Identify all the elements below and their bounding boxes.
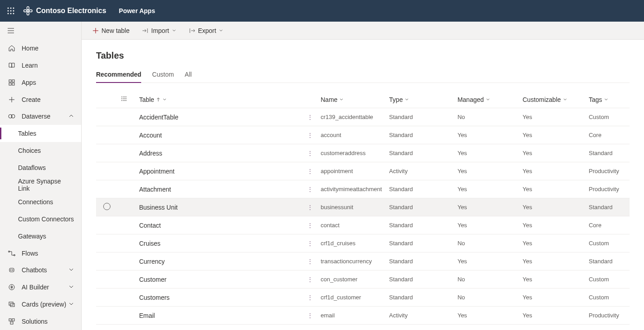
cell-table[interactable]: Contact — [135, 216, 304, 234]
sort-up-icon — [156, 97, 161, 102]
sidebar-item-home[interactable]: Home — [0, 40, 81, 57]
tab-custom[interactable]: Custom — [152, 68, 174, 82]
cell-table[interactable]: Cruises — [135, 234, 304, 252]
table-row[interactable]: Customers⋮crf1d_customerStandardNoYesCus… — [96, 289, 630, 307]
cell-table[interactable]: Email — [135, 307, 304, 325]
cell-type: Standard — [386, 108, 454, 126]
svg-rect-33 — [9, 319, 11, 321]
sidebar-item-cards[interactable]: Cards (preview) — [0, 296, 81, 313]
more-vertical-icon[interactable]: ⋮ — [307, 114, 313, 120]
sidebar-item-synapse[interactable]: Azure Synapse Link — [0, 176, 81, 193]
table-row[interactable]: Attachment⋮activitymimeattachmentStandar… — [96, 180, 630, 198]
column-rowtype[interactable] — [118, 91, 135, 108]
toolbar-label: Import — [151, 27, 169, 34]
column-type[interactable]: Type — [386, 91, 454, 108]
export-button[interactable]: Export — [185, 25, 227, 36]
table-row[interactable]: Currency⋮transactioncurrencyStandardYesY… — [96, 252, 630, 270]
sidebar-item-custom-connectors[interactable]: Custom Connectors — [0, 211, 81, 228]
sidebar-item-chatbots[interactable]: Chatbots — [0, 261, 81, 279]
cell-type: Standard — [386, 180, 454, 198]
table-row[interactable]: Appointment⋮appointmentActivityYesYesPro… — [96, 162, 630, 180]
sidebar-item-choices[interactable]: Choices — [0, 142, 81, 159]
sidebar-item-gateways[interactable]: Gateways — [0, 228, 81, 245]
sidebar-item-apps[interactable]: Apps — [0, 74, 81, 91]
cell-table[interactable]: Address — [135, 144, 304, 162]
tab-recommended[interactable]: Recommended — [96, 68, 141, 82]
table-row[interactable]: Address⋮customeraddressStandardYesYesSta… — [96, 144, 630, 162]
chevron-down-icon — [69, 266, 74, 274]
sidebar-item-learn[interactable]: Learn — [0, 57, 81, 74]
table-row[interactable]: Email⋮emailActivityYesYesProductivity — [96, 307, 630, 325]
sidebar-item-ai-builder[interactable]: AI Builder — [0, 279, 81, 296]
table-row[interactable]: Cruises⋮crf1d_cruisesStandardNoYesCustom — [96, 234, 630, 252]
sidebar-item-dataflows[interactable]: Dataflows — [0, 159, 81, 176]
page-body: Tables Recommended Custom All Table — [82, 40, 644, 330]
cell-type: Standard — [386, 234, 454, 252]
table-row[interactable]: Account⋮accountStandardYesYesCore — [96, 126, 630, 144]
more-vertical-icon[interactable]: ⋮ — [307, 150, 313, 156]
more-vertical-icon[interactable]: ⋮ — [307, 132, 313, 138]
more-vertical-icon[interactable]: ⋮ — [307, 186, 313, 192]
column-managed[interactable]: Managed — [454, 91, 519, 108]
cell-table[interactable]: Customers — [135, 289, 304, 307]
propeller-icon — [23, 6, 32, 15]
chevron-down-icon — [563, 97, 567, 102]
svg-point-41 — [122, 97, 122, 97]
cell-table[interactable]: AccidentTable — [135, 108, 304, 126]
cell-type: Standard — [386, 216, 454, 234]
sidebar-item-flows[interactable]: Flows — [0, 245, 81, 262]
cell-table[interactable]: Account — [135, 126, 304, 144]
more-vertical-icon[interactable]: ⋮ — [307, 240, 313, 247]
column-customizable[interactable]: Customizable — [519, 91, 585, 108]
more-vertical-icon[interactable]: ⋮ — [307, 294, 313, 301]
cell-type: Standard — [386, 289, 454, 307]
cell-name: businessunit — [317, 198, 386, 216]
svg-point-11 — [27, 12, 29, 15]
cell-name: con_customer — [317, 270, 386, 289]
hamburger-icon[interactable] — [0, 22, 81, 40]
cell-managed: Yes — [454, 307, 519, 325]
cell-managed: No — [454, 289, 519, 307]
table-row[interactable]: AccidentTable⋮cr139_accidenttableStandar… — [96, 108, 630, 126]
table-row[interactable]: Business Unit⋮businessunitStandardYesYes… — [96, 198, 630, 216]
import-button[interactable]: Import — [138, 25, 180, 36]
sidebar-item-connections[interactable]: Connections — [0, 193, 81, 211]
column-tags[interactable]: Tags — [585, 91, 630, 108]
table-row[interactable]: Contact⋮contactStandardYesYesCore — [96, 216, 630, 234]
sidebar-item-label: Dataverse — [22, 113, 51, 120]
more-vertical-icon[interactable]: ⋮ — [307, 204, 313, 211]
sidebar-item-solutions[interactable]: Solutions — [0, 313, 81, 330]
cell-table[interactable]: Business Unit — [135, 198, 304, 216]
sidebar-item-tables[interactable]: Tables — [0, 125, 81, 142]
cell-name: transactioncurrency — [317, 252, 386, 270]
more-vertical-icon[interactable]: ⋮ — [307, 258, 313, 265]
sidebar-item-label: Connections — [18, 198, 53, 206]
column-label: Customizable — [523, 96, 561, 103]
cell-managed: Yes — [454, 162, 519, 180]
column-name[interactable]: Name — [317, 91, 386, 108]
table-row[interactable]: Customer⋮con_customerStandardNoYesCustom — [96, 270, 630, 289]
waffle-icon[interactable] — [4, 4, 18, 18]
row-select-radio[interactable] — [103, 203, 110, 210]
cell-table[interactable]: Attachment — [135, 180, 304, 198]
new-table-button[interactable]: New table — [89, 25, 133, 36]
more-vertical-icon[interactable]: ⋮ — [307, 222, 313, 229]
more-vertical-icon[interactable]: ⋮ — [307, 276, 313, 283]
tab-all[interactable]: All — [185, 68, 192, 82]
sidebar-item-label: Flows — [22, 250, 38, 257]
more-vertical-icon[interactable]: ⋮ — [307, 312, 313, 319]
more-vertical-icon[interactable]: ⋮ — [307, 168, 313, 174]
svg-point-1 — [10, 8, 12, 9]
column-table[interactable]: Table — [135, 91, 304, 108]
chevron-down-icon — [405, 97, 409, 102]
sidebar-item-dataverse[interactable]: Dataverse — [0, 108, 81, 125]
sidebar: Home Learn Apps Create Dataverse Tables … — [0, 22, 82, 330]
cell-table[interactable]: Currency — [135, 252, 304, 270]
cell-table[interactable]: Customer — [135, 270, 304, 289]
org-logo[interactable]: Contoso Electronics — [23, 6, 106, 15]
chevron-down-icon — [339, 97, 344, 102]
cell-customizable: Yes — [519, 126, 585, 144]
cell-table[interactable]: Appointment — [135, 162, 304, 180]
sidebar-item-create[interactable]: Create — [0, 91, 81, 108]
app-name[interactable]: Power Apps — [119, 7, 155, 14]
